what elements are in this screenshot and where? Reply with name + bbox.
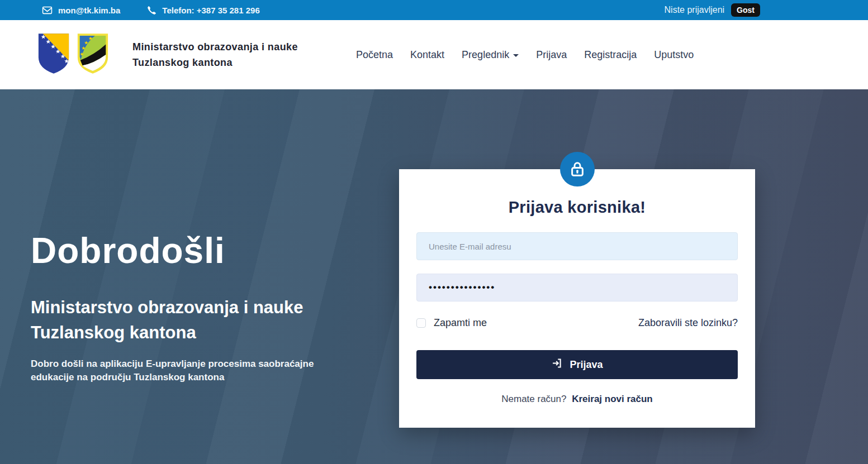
signup-row: Nemate račun? Kreiraj novi račun [416, 394, 738, 405]
hero-welcome-heading: Dobrodošli [31, 230, 366, 271]
main-nav: Početna Kontakt Preglednik Prijava Regis… [356, 20, 694, 89]
hero-subtitle: Ministarstvo obrazovanja i nauke Tuzlans… [31, 295, 366, 345]
login-form: Zapamti me Zaboravili ste lozinku? Prija… [399, 232, 755, 405]
brand[interactable]: Ministarstvo obrazovanja i nauke Tuzlans… [36, 32, 298, 77]
remember-me-label: Zapamti me [434, 317, 487, 329]
nav-item-preglednik-dropdown[interactable]: Preglednik [462, 49, 519, 61]
email-input[interactable] [416, 232, 738, 260]
hero-subtitle-line2: Tuzlanskog kantona [31, 320, 366, 345]
hero-section: Dobrodošli Ministarstvo obrazovanja i na… [0, 89, 868, 464]
bih-coat-of-arms-logo [36, 32, 71, 77]
nav-item-label: Registracija [584, 49, 637, 61]
login-status-text: Niste prijavljeni [665, 5, 725, 15]
topbar-phone-label: Telefon: +387 35 281 296 [162, 6, 259, 15]
nav-item-label: Prijava [536, 49, 567, 61]
nav-item-label: Početna [356, 49, 393, 61]
no-account-text: Nemate račun? [501, 394, 566, 404]
nav-item-uputstvo[interactable]: Uputstvo [654, 49, 694, 61]
login-submit-label: Prijava [570, 359, 603, 371]
nav-item-registracija[interactable]: Registracija [584, 49, 637, 61]
nav-item-label: Uputstvo [654, 49, 694, 61]
remember-me-option[interactable]: Zapamti me [416, 317, 487, 329]
login-submit-button[interactable]: Prijava [416, 350, 738, 379]
hero-copy: Dobrodošli Ministarstvo obrazovanja i na… [31, 230, 366, 384]
topbar: mon@tk.kim.ba Telefon: +387 35 281 296 N… [0, 0, 868, 20]
tuzla-canton-coat-of-arms-logo [75, 32, 110, 77]
forgot-password-link[interactable]: Zaboravili ste lozinku? [638, 317, 738, 329]
nav-item-label: Preglednik [462, 49, 509, 61]
remember-me-checkbox[interactable] [416, 318, 426, 328]
login-card: Prijava korisnika! Zapamti me Zaboravili… [399, 169, 755, 428]
password-input[interactable] [416, 274, 738, 302]
topbar-email-label: mon@tk.kim.ba [58, 6, 120, 15]
create-account-link[interactable]: Kreiraj novi račun [572, 394, 653, 404]
site-header: Ministarstvo obrazovanja i nauke Tuzlans… [0, 20, 868, 89]
nav-item-pocetna[interactable]: Početna [356, 49, 393, 61]
guest-badge: Gost [731, 3, 760, 17]
nav-item-label: Kontakt [410, 49, 444, 61]
hero-subtitle-line1: Ministarstvo obrazovanja i nauke [31, 295, 366, 320]
topbar-phone[interactable]: Telefon: +387 35 281 296 [147, 6, 259, 15]
brand-title: Ministarstvo obrazovanja i nauke Tuzlans… [132, 39, 298, 70]
nav-item-prijava[interactable]: Prijava [536, 49, 567, 61]
phone-icon [147, 6, 156, 15]
brand-title-line2: Tuzlanskog kantona [132, 55, 298, 70]
topbar-email[interactable]: mon@tk.kim.ba [42, 6, 120, 15]
brand-title-line1: Ministarstvo obrazovanja i nauke [132, 39, 298, 55]
login-arrow-icon [551, 357, 563, 372]
chevron-down-icon [513, 54, 519, 57]
nav-item-kontakt[interactable]: Kontakt [410, 49, 444, 61]
hero-description: Dobro došli na aplikaciju E-upravljanje … [31, 357, 321, 384]
envelope-icon [42, 6, 53, 15]
lock-icon [560, 152, 595, 186]
login-title: Prijava korisnika! [399, 198, 755, 217]
